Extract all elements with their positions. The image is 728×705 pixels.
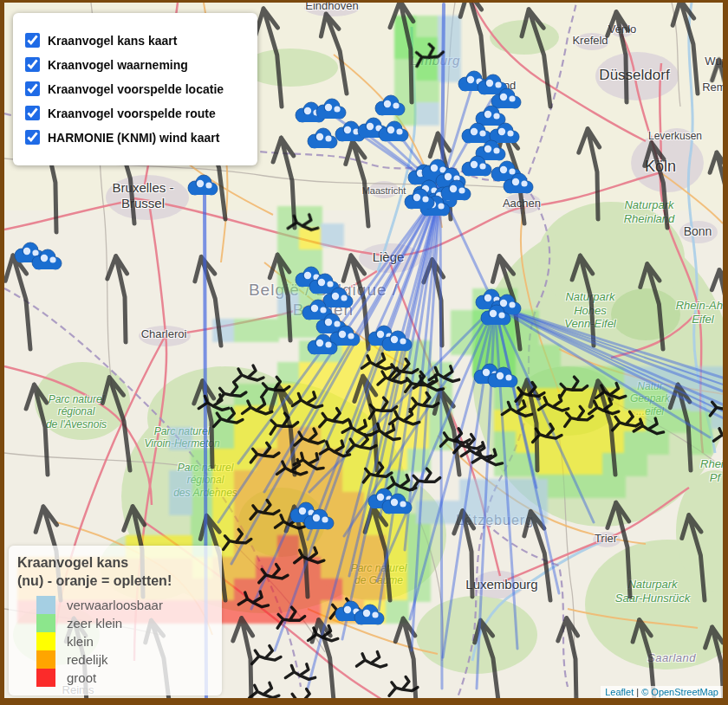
observation-marker[interactable] — [491, 161, 521, 181]
crane-bird-marker[interactable] — [277, 458, 309, 477]
crane-bird-marker[interactable] — [220, 527, 252, 550]
observation-marker[interactable] — [462, 156, 491, 176]
crane-bird-marker[interactable] — [589, 398, 620, 416]
observation-marker[interactable] — [476, 289, 505, 309]
crane-bird-marker[interactable] — [413, 372, 445, 393]
crane-bird-marker[interactable] — [250, 682, 280, 698]
checkbox-kans-kaart[interactable] — [25, 33, 40, 48]
crane-bird-marker[interactable] — [387, 676, 418, 696]
checkbox-waarneming[interactable] — [25, 57, 40, 72]
crane-bird-marker[interactable] — [634, 415, 666, 437]
observation-marker[interactable] — [504, 173, 533, 193]
observation-marker[interactable] — [335, 121, 365, 141]
checkbox-voorspelde-locatie[interactable] — [25, 81, 40, 96]
observation-marker[interactable] — [316, 314, 346, 333]
observation-marker[interactable] — [32, 249, 62, 269]
crane-bird-marker[interactable] — [713, 424, 723, 443]
crane-bird-marker[interactable] — [243, 398, 274, 417]
observation-marker[interactable] — [491, 88, 521, 108]
observation-marker[interactable] — [478, 74, 507, 94]
crane-bird-marker[interactable] — [365, 395, 398, 418]
crane-bird-marker[interactable] — [390, 408, 421, 427]
crane-bird-marker[interactable] — [378, 368, 407, 385]
observation-marker[interactable] — [358, 118, 387, 138]
observation-marker[interactable] — [382, 331, 412, 351]
crane-bird-marker[interactable] — [212, 408, 244, 427]
crane-bird-marker[interactable] — [346, 434, 377, 453]
crane-bird-marker[interactable] — [318, 407, 349, 426]
crane-bird-marker[interactable] — [461, 440, 492, 461]
crane-bird-marker[interactable] — [387, 358, 418, 378]
observation-marker[interactable] — [368, 326, 398, 346]
observation-marker[interactable] — [436, 168, 465, 188]
observation-marker[interactable] — [354, 605, 384, 624]
observation-marker[interactable] — [405, 189, 434, 209]
observation-marker[interactable] — [420, 196, 450, 216]
layer-toggle-kans-kaart[interactable]: Kraanvogel kans kaart — [25, 33, 245, 48]
crane-bird-marker[interactable] — [295, 547, 325, 565]
crane-bird-marker[interactable] — [361, 352, 393, 371]
observation-marker[interactable] — [462, 123, 491, 143]
crane-bird-marker[interactable] — [234, 365, 263, 382]
crane-bird-marker[interactable] — [342, 417, 374, 439]
crane-bird-marker[interactable] — [429, 364, 460, 385]
layer-toggle-voorspelde-route[interactable]: Kraanvogel voorspelde route — [25, 106, 245, 120]
crane-bird-marker[interactable] — [215, 380, 247, 402]
crane-bird-marker[interactable] — [292, 390, 323, 411]
crane-bird-marker[interactable] — [538, 393, 569, 412]
observation-marker[interactable] — [330, 326, 360, 346]
crane-bird-marker[interactable] — [513, 381, 544, 402]
observation-marker[interactable] — [296, 267, 325, 287]
crane-bird-marker[interactable] — [707, 394, 723, 416]
observation-marker[interactable] — [488, 367, 517, 387]
observation-marker[interactable] — [302, 300, 332, 320]
observation-marker[interactable] — [490, 123, 519, 143]
crane-bird-marker[interactable] — [198, 392, 230, 413]
map-canvas[interactable]: EindhovenVenloKrefeldWupperDüsseldorfRem… — [4, 3, 723, 698]
checkbox-harmonie-wind[interactable] — [25, 130, 40, 145]
layer-toggle-harmonie-wind[interactable]: HARMONIE (KNMI) wind kaart — [25, 130, 245, 145]
crane-bird-marker[interactable] — [412, 41, 445, 66]
layer-toggle-voorspelde-locatie[interactable]: Kraanvogel voorspelde locatie — [25, 81, 245, 96]
leaflet-link[interactable]: Leaflet — [605, 687, 634, 697]
observation-marker[interactable] — [476, 106, 505, 126]
osm-link[interactable]: © OpenStreetMap — [641, 687, 718, 697]
crane-bird-marker[interactable] — [407, 391, 439, 412]
crane-bird-marker[interactable] — [295, 429, 324, 445]
layer-toggle-waarneming[interactable]: Kraanvogel waarneming — [25, 57, 245, 72]
crane-bird-marker[interactable] — [596, 382, 627, 401]
observation-marker[interactable] — [382, 494, 412, 514]
crane-bird-marker[interactable] — [258, 375, 290, 398]
observation-marker[interactable] — [476, 140, 505, 160]
observation-marker[interactable] — [323, 288, 353, 307]
crane-bird-marker[interactable] — [611, 411, 642, 430]
crane-bird-marker[interactable] — [288, 688, 319, 698]
crane-bird-marker[interactable] — [285, 662, 316, 682]
observation-marker[interactable] — [335, 601, 365, 621]
crane-bird-marker[interactable] — [531, 424, 562, 443]
observation-marker[interactable] — [308, 334, 337, 354]
crane-bird-marker[interactable] — [309, 624, 340, 644]
crane-bird-marker[interactable] — [439, 428, 470, 446]
observation-marker[interactable] — [408, 165, 438, 184]
observation-marker[interactable] — [316, 99, 346, 119]
observation-marker[interactable] — [441, 180, 471, 200]
observation-marker[interactable] — [188, 175, 218, 195]
crane-bird-marker[interactable] — [288, 212, 319, 233]
crane-bird-marker[interactable] — [356, 650, 387, 669]
crane-bird-marker[interactable] — [248, 441, 280, 462]
observation-marker[interactable] — [379, 121, 408, 141]
observation-marker[interactable] — [413, 180, 443, 200]
observation-marker[interactable] — [309, 274, 339, 294]
observation-marker[interactable] — [375, 95, 405, 115]
observation-marker[interactable] — [474, 364, 504, 384]
crane-bird-marker[interactable] — [387, 474, 418, 493]
observation-marker[interactable] — [296, 102, 325, 122]
crane-bird-marker[interactable] — [408, 466, 441, 489]
crane-bird-marker[interactable] — [402, 370, 434, 392]
observation-marker[interactable] — [458, 71, 488, 91]
crane-bird-marker[interactable] — [562, 404, 594, 427]
checkbox-voorspelde-route[interactable] — [25, 106, 40, 120]
crane-bird-marker[interactable] — [556, 374, 588, 398]
crane-bird-marker[interactable] — [257, 563, 289, 582]
